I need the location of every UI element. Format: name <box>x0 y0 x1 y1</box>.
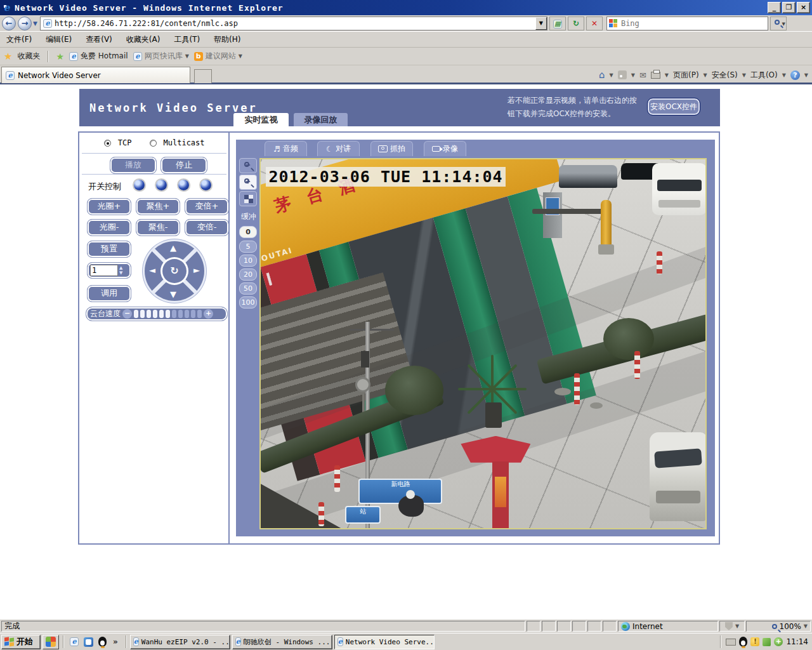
app-button[interactable] <box>43 635 59 649</box>
search-input[interactable] <box>620 18 766 29</box>
speed-segment[interactable] <box>172 310 176 318</box>
zoom-plus-button[interactable]: 变倍+ <box>185 198 229 215</box>
protected-mode-cell[interactable]: ▼ <box>719 621 745 632</box>
call-button[interactable]: 调用 <box>87 285 131 302</box>
tab-live-monitor[interactable]: 实时监视 <box>233 113 289 126</box>
home-dropdown-icon[interactable]: ▼ <box>610 72 613 78</box>
url-text[interactable]: http://58.246.71.222:81/content/nmlc.asp <box>55 19 535 28</box>
speed-segment[interactable] <box>134 310 138 318</box>
forward-button[interactable]: → <box>18 17 32 30</box>
iris-minus-button[interactable]: 光圈- <box>87 219 131 236</box>
new-tab-stub[interactable] <box>194 69 212 83</box>
speed-segment[interactable] <box>191 310 195 318</box>
preset-stepper[interactable]: ▲▼ <box>119 265 122 275</box>
browser-tab[interactable]: e Network Video Server <box>1 67 190 83</box>
rss-icon[interactable] <box>618 70 627 79</box>
switch-led-2[interactable] <box>156 180 167 190</box>
taskbar-item-2[interactable]: e 朗驰欣创 - Windows ... <box>232 635 332 649</box>
menu-view[interactable]: 查看(V) <box>86 34 112 45</box>
switch-led-1[interactable] <box>134 180 145 190</box>
help-icon[interactable]: ? <box>790 70 800 80</box>
search-button[interactable]: ▼ <box>770 17 787 30</box>
speed-segment[interactable] <box>166 310 170 318</box>
favbar-hotmail[interactable]: e 免费 Hotmail <box>69 51 128 62</box>
preset-button[interactable]: 预置 <box>87 241 131 258</box>
home-icon[interactable]: ⌂ <box>599 69 605 81</box>
buffer-option-5[interactable]: 5 <box>239 241 257 253</box>
add-favorite-icon[interactable]: ★ <box>56 51 64 62</box>
address-dropdown-button[interactable]: ▼ <box>535 17 547 30</box>
zoom-in-tool[interactable] <box>239 175 257 190</box>
taskbar-clock[interactable]: 11:14 <box>786 637 808 646</box>
history-dropdown-icon[interactable]: ▼ <box>33 20 37 27</box>
switch-led-3[interactable] <box>178 180 189 190</box>
start-button[interactable]: 开始 <box>1 635 41 649</box>
print-icon[interactable] <box>651 72 660 79</box>
favbar-webslice[interactable]: e 网页快讯库 ▼ <box>133 51 189 62</box>
ie-quicklaunch-icon[interactable]: e <box>70 637 79 646</box>
mail-icon[interactable]: ✉ <box>639 70 646 80</box>
speed-segment[interactable] <box>197 310 202 318</box>
page-menu[interactable]: 页面(P) <box>673 70 699 81</box>
back-button[interactable]: ← <box>2 17 16 30</box>
speed-segment[interactable] <box>153 310 157 318</box>
pan-left-button[interactable]: ◄ <box>149 265 155 275</box>
snapshot-tab[interactable]: 抓拍 <box>370 141 413 156</box>
taskbar-item-3[interactable]: e Network Video Serve... <box>334 635 435 649</box>
buffer-option-100[interactable]: 100 <box>239 296 257 308</box>
print-dropdown-icon[interactable]: ▼ <box>665 72 669 78</box>
zoom-out-tool[interactable] <box>239 158 257 173</box>
buffer-option-10[interactable]: 10 <box>239 255 257 267</box>
zoom-control[interactable]: 100% ▼ <box>746 621 811 632</box>
tools-menu[interactable]: 工具(O) <box>750 70 778 81</box>
fullscreen-tool[interactable] <box>239 191 257 206</box>
search-box[interactable] <box>606 17 768 30</box>
menu-tools[interactable]: 工具(T) <box>174 34 200 45</box>
play-button[interactable]: 播放 <box>110 157 157 174</box>
switch-led-4[interactable] <box>200 180 211 190</box>
focus-plus-button[interactable]: 聚焦+ <box>136 198 180 215</box>
buffer-option-50[interactable]: 50 <box>239 282 257 295</box>
talk-tab[interactable]: ☾ 对讲 <box>317 141 360 156</box>
tab-record-playback[interactable]: 录像回放 <box>294 113 348 126</box>
rss-dropdown-icon[interactable]: ▼ <box>631 72 635 78</box>
search-dropdown-icon[interactable]: ▼ <box>782 22 785 27</box>
green-tray-icon[interactable] <box>763 638 771 646</box>
minimize-button[interactable]: _ <box>768 2 781 13</box>
menu-help[interactable]: 帮助(H) <box>214 34 240 45</box>
speed-segment[interactable] <box>178 310 183 318</box>
tcp-radio[interactable] <box>104 140 111 147</box>
quicklaunch-chevron[interactable]: » <box>112 637 119 646</box>
zoom-minus-button[interactable]: 变倍- <box>185 219 229 236</box>
taskbar-item-1[interactable]: e WanHu ezEIP v2.0 - ... <box>130 635 230 649</box>
speed-minus-button[interactable]: − <box>122 309 132 319</box>
focus-minus-button[interactable]: 聚焦- <box>136 219 180 236</box>
speed-segment[interactable] <box>147 310 151 318</box>
pan-right-button[interactable]: ► <box>193 265 200 275</box>
pan-up-button[interactable]: ▲ <box>170 243 176 253</box>
green-plus-icon[interactable]: + <box>774 637 783 646</box>
buffer-option-0[interactable]: 0 <box>239 226 257 238</box>
page-dropdown-icon[interactable]: ▼ <box>704 72 707 78</box>
preset-input[interactable] <box>90 265 118 276</box>
pan-down-button[interactable]: ▼ <box>170 289 176 299</box>
alert-shield-icon[interactable]: ! <box>750 637 759 646</box>
favorites-button[interactable]: 收藏夹 <box>17 51 40 62</box>
restore-button[interactable]: ❐ <box>782 2 796 13</box>
install-ocx-button[interactable]: 安装OCX控件 <box>647 98 700 116</box>
keyboard-tray-icon[interactable] <box>726 639 736 646</box>
speed-segment[interactable] <box>159 310 164 318</box>
favbar-suggested-sites[interactable]: b 建议网站 ▼ <box>194 51 242 62</box>
multicast-radio[interactable] <box>150 140 157 147</box>
speed-plus-button[interactable]: + <box>204 309 213 319</box>
menu-edit[interactable]: 编辑(E) <box>46 34 72 45</box>
window-app-icon[interactable] <box>84 637 93 647</box>
qq-icon[interactable] <box>98 637 107 647</box>
menu-file[interactable]: 文件(F) <box>6 34 32 45</box>
auto-pan-button[interactable]: ↻ <box>162 259 187 283</box>
stop-button[interactable]: ✕ <box>586 17 603 30</box>
address-field[interactable]: e http://58.246.71.222:81/content/nmlc.a… <box>40 17 547 30</box>
menu-favorites[interactable]: 收藏夹(A) <box>126 34 160 45</box>
compatibility-view-button[interactable]: ▦ <box>549 17 566 30</box>
qq-tray-icon[interactable] <box>739 637 747 647</box>
